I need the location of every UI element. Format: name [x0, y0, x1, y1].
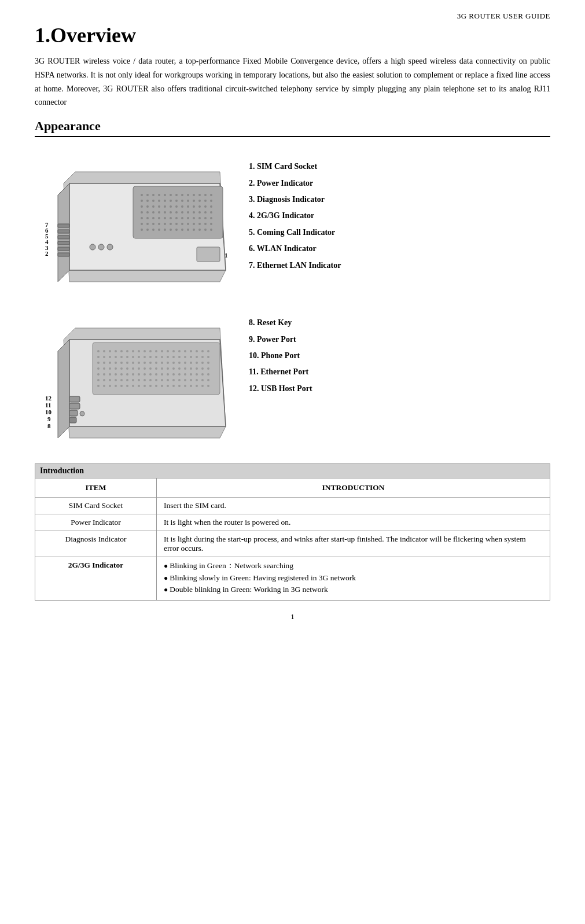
- svg-point-249: [172, 385, 175, 387]
- svg-point-62: [175, 217, 178, 219]
- svg-point-242: [132, 385, 134, 387]
- svg-point-72: [158, 223, 160, 225]
- svg-point-22: [170, 200, 172, 202]
- svg-point-226: [155, 379, 157, 381]
- svg-point-170: [178, 362, 181, 364]
- svg-point-229: [172, 379, 175, 381]
- table-row: Diagnosis Indicator It is light during t…: [35, 531, 550, 557]
- svg-point-123: [138, 350, 140, 352]
- svg-point-200: [120, 373, 123, 376]
- svg-point-211: [184, 373, 186, 376]
- svg-point-51: [187, 211, 189, 213]
- svg-point-40: [198, 205, 201, 208]
- svg-point-7: [158, 194, 160, 196]
- svg-point-152: [190, 356, 192, 358]
- svg-point-118: [109, 350, 111, 352]
- svg-point-225: [149, 379, 152, 381]
- svg-point-138: [109, 356, 111, 358]
- introduction-section-title: Introduction: [35, 463, 550, 478]
- svg-point-57: [146, 217, 149, 219]
- svg-point-235: [207, 379, 209, 381]
- list-item: Blinking in Green：Network searching: [164, 561, 543, 571]
- svg-point-206: [155, 373, 157, 376]
- svg-point-136: [97, 356, 100, 358]
- svg-point-186: [155, 367, 157, 370]
- table-header-item: ITEM: [35, 478, 157, 498]
- svg-point-151: [184, 356, 186, 358]
- svg-point-88: [175, 229, 178, 231]
- svg-point-158: [109, 362, 111, 364]
- svg-point-208: [167, 373, 169, 376]
- svg-point-167: [161, 362, 163, 364]
- svg-point-19: [152, 200, 154, 202]
- svg-point-59: [158, 217, 160, 219]
- bullet-list: Blinking in Green：Network searching Blin…: [164, 561, 543, 594]
- svg-point-172: [190, 362, 192, 364]
- svg-point-126: [155, 350, 157, 352]
- svg-point-87: [170, 229, 172, 231]
- svg-point-237: [103, 385, 105, 387]
- svg-point-46: [158, 211, 160, 213]
- svg-point-192: [190, 367, 192, 370]
- bottom-device-diagram: 12 11 10 9 8: [35, 305, 231, 446]
- svg-point-124: [144, 350, 146, 352]
- svg-point-68: [210, 217, 212, 219]
- svg-point-201: [126, 373, 128, 376]
- svg-point-232: [190, 379, 192, 381]
- svg-point-145: [149, 356, 152, 358]
- svg-point-212: [190, 373, 192, 376]
- svg-point-58: [152, 217, 154, 219]
- label-3: 3. Diagnosis Indicator: [249, 193, 550, 206]
- svg-point-34: [164, 205, 166, 208]
- svg-point-153: [196, 356, 198, 358]
- svg-point-199: [115, 373, 117, 376]
- svg-point-234: [201, 379, 204, 381]
- svg-point-143: [138, 356, 140, 358]
- svg-point-17: [141, 200, 143, 202]
- svg-point-66: [198, 217, 201, 219]
- label-10: 10. Phone Port: [249, 349, 550, 362]
- svg-rect-97: [58, 235, 69, 239]
- svg-point-223: [138, 379, 140, 381]
- svg-point-132: [190, 350, 192, 352]
- svg-point-246: [155, 385, 157, 387]
- svg-point-189: [172, 367, 175, 370]
- svg-point-101: [90, 244, 95, 250]
- svg-point-82: [141, 229, 143, 231]
- svg-rect-99: [58, 247, 69, 251]
- svg-point-202: [132, 373, 134, 376]
- svg-point-21: [164, 200, 166, 202]
- svg-rect-259: [69, 417, 76, 423]
- svg-point-150: [178, 356, 181, 358]
- table-row: 2G/3G Indicator Blinking in Green：Networ…: [35, 557, 550, 601]
- svg-point-85: [158, 229, 160, 231]
- svg-point-83: [146, 229, 149, 231]
- svg-point-224: [144, 379, 146, 381]
- page-header: 3G ROUTER USER GUIDE: [35, 12, 550, 21]
- svg-point-197: [103, 373, 105, 376]
- introduction-section: Introduction ITEM INTRODUCTION SIM Card …: [35, 463, 550, 601]
- svg-point-175: [207, 362, 209, 364]
- svg-point-102: [98, 244, 104, 250]
- svg-point-210: [178, 373, 181, 376]
- appearance-section: 7 6 5 4 3 2 1 1. SIM Card Socket 2. Powe…: [35, 149, 550, 446]
- svg-point-27: [198, 200, 201, 202]
- svg-point-9: [170, 194, 172, 196]
- svg-point-179: [115, 367, 117, 370]
- svg-point-14: [198, 194, 201, 196]
- top-device-diagram: 7 6 5 4 3 2 1: [35, 149, 231, 290]
- svg-point-33: [158, 205, 160, 208]
- svg-point-49: [175, 211, 178, 213]
- svg-point-183: [138, 367, 140, 370]
- svg-point-203: [138, 373, 140, 376]
- svg-point-56: [141, 217, 143, 219]
- svg-point-78: [193, 223, 195, 225]
- svg-point-217: [103, 379, 105, 381]
- svg-point-5: [146, 194, 149, 196]
- svg-point-248: [167, 385, 169, 387]
- svg-point-133: [196, 350, 198, 352]
- svg-point-205: [149, 373, 152, 376]
- svg-point-30: [141, 205, 143, 208]
- svg-point-198: [109, 373, 111, 376]
- svg-point-238: [109, 385, 111, 387]
